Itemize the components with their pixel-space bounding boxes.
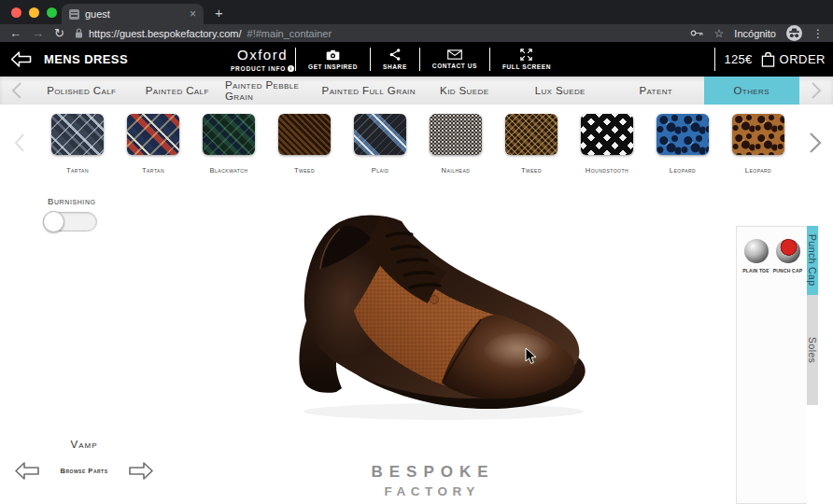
address-bar[interactable]: https://guest.bespokefactory.com/#!#main…	[75, 28, 332, 39]
brand-logo: BESPOKE FACTORY	[308, 463, 551, 498]
swatch-label: Houndstooth	[586, 166, 628, 175]
back-arrow-icon[interactable]	[9, 49, 34, 69]
swatch-thumbnail[interactable]	[505, 114, 558, 155]
contact-us-button[interactable]: CONTACT US	[420, 49, 489, 69]
order-label: ORDER	[780, 52, 826, 66]
header-actions: GET INSPIRED SHARE CONTACT US FULL SCREE…	[295, 42, 563, 77]
swatch-leopard-brown[interactable]: Leopard	[732, 114, 784, 175]
part-options-panel: PLAIN TOE PUNCH CAP	[736, 226, 807, 504]
envelope-icon	[447, 49, 462, 60]
swatch-thumbnail[interactable]	[732, 114, 784, 155]
tab-soles[interactable]: Soles	[807, 295, 818, 405]
swatch-tartan-1[interactable]: Tartan	[51, 114, 104, 175]
mouse-cursor	[525, 347, 537, 369]
swatch-thumbnail[interactable]	[354, 114, 406, 155]
option-label: PLAIN TOE	[742, 268, 769, 273]
swatch-thumbnail[interactable]	[127, 114, 179, 155]
order-button[interactable]: ORDER	[761, 51, 826, 67]
price: 125€	[724, 52, 752, 66]
incognito-label: Incógnito	[734, 28, 776, 39]
tab-painted-pebble-grain[interactable]: Painted Pebble Grain	[225, 77, 321, 105]
divider	[714, 48, 715, 71]
brand-line1: BESPOKE	[308, 463, 551, 482]
material-tabs-prev-icon[interactable]	[0, 77, 34, 105]
tab-painted-calf[interactable]: Painted Calf	[130, 77, 226, 105]
minimize-window-button[interactable]	[29, 7, 39, 18]
tab-others[interactable]: Others	[704, 77, 800, 105]
swatch-label: Plaid	[372, 166, 389, 175]
tab-punch-cap[interactable]: Punch Cap	[807, 226, 818, 295]
swatch-tweed-1[interactable]: Tweed	[278, 114, 331, 175]
swatch-tartan-2[interactable]: Tartan	[127, 114, 179, 175]
tab-patent[interactable]: Patent	[608, 77, 704, 105]
swatch-blackwatch[interactable]: Blackwatch	[203, 114, 255, 175]
swatch-label: Tweed	[294, 166, 315, 175]
key-icon[interactable]	[690, 29, 704, 37]
swatch-label: Nailhead	[442, 166, 471, 175]
bookmark-star-icon[interactable]: ☆	[714, 28, 725, 39]
camera-icon	[326, 49, 340, 61]
option-label: PUNCH CAP	[773, 268, 803, 273]
back-nav-icon[interactable]: ←	[9, 27, 21, 39]
fullscreen-icon	[520, 49, 532, 61]
screen: guest × + ← → ↻ https://guest.bespokefac…	[0, 0, 833, 504]
option-punch-cap[interactable]: PUNCH CAP	[773, 239, 802, 273]
tab-painted-full-grain[interactable]: Painted Full Grain	[321, 77, 417, 105]
material-tabs-next-icon[interactable]	[799, 77, 833, 105]
toggle-knob[interactable]	[43, 211, 64, 232]
page-favicon	[69, 9, 79, 20]
swatch-thumbnail[interactable]	[203, 114, 255, 155]
plain-toe-thumbnail[interactable]	[744, 239, 769, 263]
swatch-next-icon[interactable]	[805, 129, 826, 161]
share-label: SHARE	[383, 63, 407, 70]
full-screen-label: FULL SCREEN	[502, 63, 551, 70]
browser-menu-icon[interactable]: ⋮	[812, 28, 824, 39]
browser-toolbar: ← → ↻ https://guest.bespokefactory.com/#…	[0, 24, 833, 42]
reload-icon[interactable]: ↻	[54, 27, 64, 39]
swatch-label: Blackwatch	[210, 166, 248, 175]
previous-part-arrow[interactable]	[13, 459, 41, 483]
burnishing-toggle[interactable]	[43, 212, 97, 231]
close-window-button[interactable]	[11, 7, 21, 18]
full-screen-button[interactable]: FULL SCREEN	[490, 49, 563, 70]
collection-name: MENS DRESS	[44, 52, 128, 66]
browser-tab-strip: guest × +	[0, 0, 833, 24]
share-button[interactable]: SHARE	[371, 49, 419, 70]
option-plain-toe[interactable]: PLAIN TOE	[741, 239, 770, 273]
swatch-thumbnail[interactable]	[581, 114, 633, 155]
forward-nav-icon[interactable]: →	[32, 27, 44, 39]
shopping-bag-icon	[761, 51, 775, 67]
browser-tab[interactable]: guest ×	[62, 4, 204, 24]
get-inspired-label: GET INSPIRED	[308, 63, 358, 70]
tab-polished-calf[interactable]: Polished Calf	[34, 77, 130, 105]
get-inspired-button[interactable]: GET INSPIRED	[296, 49, 370, 70]
tab-close-icon[interactable]: ×	[190, 8, 196, 20]
swatch-nailhead[interactable]: Nailhead	[430, 114, 482, 175]
tab-kid-suede[interactable]: Kid Suede	[416, 77, 513, 105]
shoe-render	[280, 211, 588, 427]
new-tab-button[interactable]: +	[215, 3, 223, 23]
tab-lux-suede[interactable]: Lux Suede	[513, 77, 609, 105]
lock-icon	[75, 28, 83, 38]
swatch-thumbnail[interactable]	[51, 114, 104, 155]
swatch-thumbnail[interactable]	[430, 114, 482, 155]
swatch-label: Leopard	[670, 166, 696, 175]
browse-parts-control: Browse Parts	[13, 459, 155, 483]
swatch-prev-icon[interactable]	[11, 131, 28, 159]
swatch-houndstooth[interactable]: Houndstooth	[581, 114, 633, 175]
contact-us-label: CONTACT US	[432, 63, 477, 69]
shoe-3d-view[interactable]	[280, 211, 588, 427]
product-info-label: PRODUCT INFO	[231, 65, 286, 72]
swatch-thumbnail[interactable]	[278, 114, 331, 155]
punch-cap-thumbnail[interactable]	[776, 239, 800, 263]
maximize-window-button[interactable]	[47, 7, 57, 18]
swatch-tweed-2[interactable]: Tweed	[505, 114, 558, 175]
tab-title: guest	[85, 8, 184, 20]
swatch-carousel: Tartan Tartan Blackwatch Tweed Plaid Nai…	[0, 105, 833, 187]
swatch-leopard-blue[interactable]: Leopard	[657, 114, 709, 175]
brand-line2: FACTORY	[308, 484, 551, 498]
swatch-thumbnail[interactable]	[657, 114, 709, 155]
swatch-plaid[interactable]: Plaid	[354, 114, 406, 175]
next-part-arrow[interactable]	[127, 459, 155, 483]
window-controls[interactable]	[11, 7, 57, 18]
